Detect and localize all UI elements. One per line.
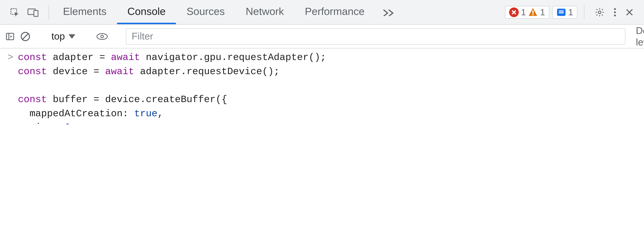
prompt-marker: > xyxy=(8,51,18,124)
close-icon[interactable] xyxy=(625,8,634,16)
execution-context-select[interactable]: top xyxy=(48,30,78,42)
code-block: const adapter = await navigator.gpu.requ… xyxy=(18,51,326,124)
svg-rect-4 xyxy=(532,10,534,13)
svg-point-10 xyxy=(614,8,616,10)
error-count-badge[interactable]: 1 1 xyxy=(505,6,549,18)
svg-point-11 xyxy=(614,11,616,13)
tab-performance[interactable]: Performance xyxy=(294,0,375,24)
more-tabs-button[interactable] xyxy=(375,0,402,24)
svg-rect-5 xyxy=(532,14,534,15)
live-expression-icon[interactable] xyxy=(96,32,108,40)
console-toolbar: top Default levels 1 Issue: 1 xyxy=(0,24,644,48)
device-toolbar-icon[interactable] xyxy=(28,8,39,16)
tab-console[interactable]: Console xyxy=(117,0,176,24)
tab-network[interactable]: Network xyxy=(235,0,294,24)
svg-rect-8 xyxy=(559,12,564,13)
svg-point-17 xyxy=(97,33,107,39)
sidebar-toggle-icon[interactable] xyxy=(5,32,15,41)
info-count: 1 xyxy=(568,7,573,17)
svg-point-9 xyxy=(598,11,601,14)
svg-rect-13 xyxy=(6,33,14,40)
devtools-tabbar: Elements Console Sources Network Perform… xyxy=(0,0,644,24)
filter-input[interactable] xyxy=(126,28,625,44)
svg-rect-2 xyxy=(34,10,38,16)
inspect-element-icon[interactable] xyxy=(10,7,20,17)
log-levels-select[interactable]: Default levels xyxy=(630,25,644,48)
context-label: top xyxy=(52,30,65,42)
kebab-menu-icon[interactable] xyxy=(614,7,616,17)
tab-elements[interactable]: Elements xyxy=(52,0,117,24)
settings-icon[interactable] xyxy=(595,7,604,17)
chevron-down-icon xyxy=(68,34,75,38)
warning-count: 1 xyxy=(540,7,545,17)
levels-label: Default levels xyxy=(636,25,644,48)
svg-point-18 xyxy=(101,35,104,38)
status-badges: 1 1 1 xyxy=(505,6,580,18)
tab-sources[interactable]: Sources xyxy=(176,0,235,24)
clear-console-icon[interactable] xyxy=(20,31,30,42)
svg-point-12 xyxy=(614,14,616,16)
console-output: > const adapter = await navigator.gpu.re… xyxy=(0,48,644,124)
svg-rect-7 xyxy=(559,10,564,11)
panel-tabs: Elements Console Sources Network Perform… xyxy=(52,0,402,24)
console-input-entry[interactable]: > const adapter = await navigator.gpu.re… xyxy=(0,48,644,124)
info-count-badge[interactable]: 1 xyxy=(552,6,577,18)
error-count: 1 xyxy=(521,7,526,17)
svg-line-16 xyxy=(22,33,28,39)
